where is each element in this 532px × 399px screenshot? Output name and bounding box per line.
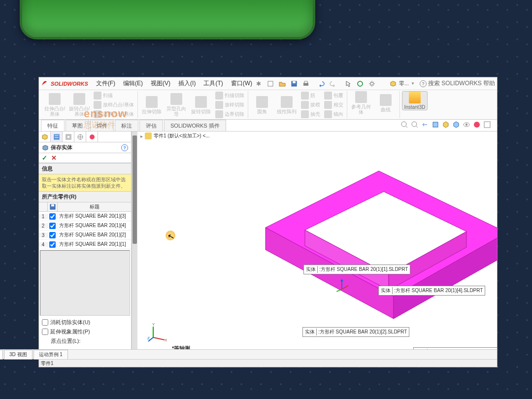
3d-model[interactable] xyxy=(192,156,497,343)
row-name: 方形杆 SQUARE BAR 20(1)[3] xyxy=(58,212,131,221)
pm-help-icon[interactable]: ? xyxy=(121,144,128,151)
bottom-tab-motion[interactable]: 运动算例 1 xyxy=(33,350,68,360)
appearance-icon[interactable] xyxy=(473,121,482,130)
extrude-boss-button[interactable]: 拉伸凸台/基体 xyxy=(43,91,66,119)
ok-button[interactable]: ✓ xyxy=(42,154,47,162)
shell-button[interactable]: 抽壳 xyxy=(299,110,322,119)
fm-tab-config[interactable] xyxy=(63,132,74,142)
search-help[interactable]: ? 搜索 SOLIDWORKS 帮助 xyxy=(420,79,495,88)
fm-tab-property[interactable] xyxy=(51,132,63,142)
zoom-area-icon[interactable] xyxy=(411,121,420,130)
svg-rect-13 xyxy=(484,122,490,128)
body-callout[interactable]: 实体:方形杆 SQUARE BAR 20(1)[1].SLDPRT xyxy=(303,265,410,274)
menu-bar: SOLIDWORKS 文件(F) 编辑(E) 视图(V) 插入(I) 工具(T)… xyxy=(39,77,497,90)
linear-pattern-button[interactable]: 线性阵列 xyxy=(275,91,299,119)
parts-row[interactable]: 2方形杆 SQUARE BAR 20(1)[4] xyxy=(39,221,131,231)
boundary-cut-button[interactable]: 边界切除 xyxy=(214,110,246,119)
sweep-cut-button[interactable]: 扫描切除 xyxy=(214,91,246,100)
view-orient-icon[interactable] xyxy=(442,121,451,130)
body-callout[interactable]: 实体:方形杆 SQUARE BAR 20(1)[4].SLDPRT xyxy=(378,286,485,296)
save-column-icon[interactable] xyxy=(48,202,58,211)
hole-wizard-button[interactable]: 异型孔向导 xyxy=(165,91,188,119)
instant3d-button[interactable]: Instant3D xyxy=(402,91,428,110)
print-icon[interactable] xyxy=(301,79,310,88)
revolve-cut-button[interactable]: 旋转切除 xyxy=(189,91,213,119)
extend-props-checkbox[interactable]: 延伸视象属性(P) xyxy=(42,328,128,335)
status-bar: 零件1 xyxy=(39,359,497,367)
options-icon[interactable] xyxy=(367,79,376,88)
display-style-icon[interactable] xyxy=(452,121,461,130)
svg-point-18 xyxy=(90,134,95,139)
wrap-button[interactable]: 包覆 xyxy=(323,91,345,100)
fm-tab-dim[interactable] xyxy=(74,132,86,142)
bottom-tab-model[interactable]: 模型 xyxy=(0,350,3,360)
menu-file[interactable]: 文件(F) xyxy=(92,78,119,89)
select-icon[interactable] xyxy=(344,79,353,88)
parts-row[interactable]: 1方形杆 SQUARE BAR 20(1)[3] xyxy=(39,212,131,221)
row-checkbox[interactable] xyxy=(49,232,56,238)
consume-checkbox[interactable]: 消耗切除实体(U) xyxy=(42,319,128,326)
panel-scrollbar[interactable] xyxy=(132,132,137,367)
origin-triad-icon xyxy=(334,277,349,292)
svg-text:Y: Y xyxy=(152,323,155,327)
part-type-icon[interactable] xyxy=(389,79,398,88)
svg-rect-0 xyxy=(268,81,273,86)
intersect-button[interactable]: 相交 xyxy=(323,100,345,109)
decorative-banner xyxy=(20,0,315,39)
row-checkbox[interactable] xyxy=(49,213,56,220)
graphics-area[interactable]: ▸ 零件1 (默认<按加工>) <... xyxy=(137,132,497,367)
heads-up-toolbar xyxy=(400,121,492,130)
curves-button[interactable]: 曲线 xyxy=(374,91,398,115)
menu-edit[interactable]: 编辑(E) xyxy=(119,78,147,89)
svg-rect-9 xyxy=(433,122,438,127)
parts-row[interactable]: 4方形杆 SQUARE BAR 20(1)[1] xyxy=(39,240,131,249)
svg-text:Z: Z xyxy=(147,336,150,340)
section-view-icon[interactable] xyxy=(432,121,440,130)
part-type-label[interactable]: 零... xyxy=(399,80,409,87)
menu-insert[interactable]: 插入(I) xyxy=(174,78,200,89)
svg-rect-16 xyxy=(67,135,70,138)
new-icon[interactable] xyxy=(266,79,275,88)
tab-evaluate[interactable]: 评估 xyxy=(139,120,163,131)
zoom-fit-icon[interactable] xyxy=(400,121,409,130)
row-checkbox[interactable] xyxy=(49,223,56,229)
pm-title: 保存实体 ? xyxy=(39,142,131,153)
menu-tools[interactable]: 工具(T) xyxy=(200,78,227,89)
hide-show-icon[interactable] xyxy=(463,121,471,130)
rebuild-icon[interactable] xyxy=(356,79,365,88)
feature-manager-tabs xyxy=(39,132,131,142)
open-icon[interactable] xyxy=(278,79,287,88)
svg-text:X: X xyxy=(165,338,167,342)
menu-window[interactable]: 窗口(W) xyxy=(227,78,256,89)
body-callout[interactable]: 实体:方形杆 SQUARE BAR 20(1)[2].SLDPRT xyxy=(302,327,409,337)
cancel-button[interactable]: ✕ xyxy=(51,154,57,162)
rib-button[interactable]: 筋 xyxy=(299,91,322,100)
undo-icon[interactable] xyxy=(317,79,326,88)
tab-addins[interactable]: SOLIDWORKS 插件 xyxy=(164,120,226,131)
ref-geometry-button[interactable]: 参考几何体 xyxy=(349,91,373,115)
fm-tab-appearance[interactable] xyxy=(86,132,98,142)
save-icon[interactable] xyxy=(290,79,299,88)
bottom-tab-3dview[interactable]: 3D 视图 xyxy=(4,350,33,360)
menu-view[interactable]: 视图(V) xyxy=(147,78,174,89)
parts-row[interactable]: 3方形杆 SQUARE BAR 20(1)[2] xyxy=(39,231,131,240)
app-logo: SOLIDWORKS xyxy=(51,81,88,87)
extrude-cut-button[interactable]: 拉伸切除 xyxy=(140,91,164,119)
tab-annotate[interactable]: 标注 xyxy=(115,120,138,131)
prev-view-icon[interactable] xyxy=(421,121,430,130)
scene-icon[interactable] xyxy=(483,121,492,130)
info-header: 信息 xyxy=(39,163,131,174)
mirror-button[interactable]: 镜向 xyxy=(323,110,345,119)
row-name: 方形杆 SQUARE BAR 20(1)[2] xyxy=(58,231,131,239)
svg-point-11 xyxy=(466,124,467,126)
loft-cut-button[interactable]: 放样切除 xyxy=(214,100,246,109)
redo-icon[interactable] xyxy=(329,79,337,88)
draft-button[interactable]: 拔模 xyxy=(299,100,322,109)
fillet-button[interactable]: 圆角 xyxy=(250,91,274,119)
sweep-button[interactable]: 扫描 xyxy=(92,91,135,100)
breadcrumb[interactable]: ▸ 零件1 (默认<按加工>) <... xyxy=(140,133,210,139)
tab-features[interactable]: 特征 xyxy=(41,120,65,131)
row-name: 方形杆 SQUARE BAR 20(1)[1] xyxy=(58,240,131,249)
fm-tab-tree[interactable] xyxy=(39,132,51,142)
row-checkbox[interactable] xyxy=(49,241,56,248)
